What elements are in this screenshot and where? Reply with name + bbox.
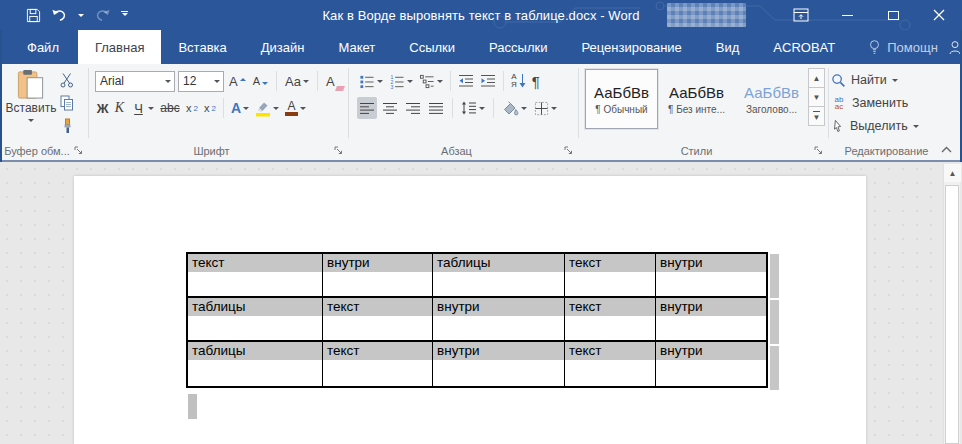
undo-button[interactable] (51, 4, 68, 26)
table-cell[interactable]: текст (323, 298, 433, 340)
style-heading[interactable]: АаБбВв Заголово... (735, 69, 808, 129)
style-scroll-up-button[interactable]: ▲ (808, 68, 825, 88)
bold-button[interactable]: Ж (95, 97, 110, 119)
paste-dropdown-caret[interactable] (28, 119, 34, 125)
tab-references[interactable]: Ссылки (392, 30, 472, 64)
shading-button[interactable] (500, 97, 529, 119)
save-button[interactable] (26, 4, 41, 26)
tab-design[interactable]: Дизайн (244, 30, 322, 64)
table-cell[interactable]: текст (565, 342, 656, 386)
tab-layout[interactable]: Макет (321, 30, 392, 64)
highlight-caret[interactable] (273, 107, 279, 113)
subscript-button[interactable]: x2 (184, 97, 200, 119)
borders-button[interactable] (532, 97, 559, 119)
tab-insert[interactable]: Вставка (161, 30, 243, 64)
align-right-button[interactable] (403, 97, 423, 119)
clipboard-dialog-launcher[interactable] (74, 146, 84, 156)
copy-icon[interactable] (59, 95, 75, 111)
styles-dialog-launcher[interactable] (814, 146, 824, 156)
table-cell[interactable]: текст (565, 298, 656, 340)
find-button[interactable]: Найти (831, 71, 919, 89)
multilevel-list-button[interactable] (417, 70, 445, 92)
numbering-button[interactable]: 123 (387, 70, 415, 92)
font-color-caret[interactable] (300, 107, 306, 113)
multilevel-caret[interactable] (437, 80, 443, 86)
font-dialog-launcher[interactable] (334, 146, 344, 156)
table-cell[interactable]: текст (565, 254, 656, 296)
style-gallery-more-button[interactable]: ▼ (808, 106, 825, 126)
minimize-button[interactable] (824, 0, 870, 30)
decrease-indent-button[interactable] (456, 70, 476, 92)
paragraph-dialog-launcher[interactable] (564, 146, 574, 156)
font-name-combo[interactable]: Arial (95, 71, 175, 92)
select-caret[interactable] (913, 125, 919, 131)
underline-caret[interactable] (148, 107, 154, 113)
line-spacing-button[interactable] (459, 97, 487, 119)
table-cell[interactable]: таблицы (433, 254, 565, 296)
style-no-spacing[interactable]: АаБбВв ¶ Без инте... (660, 69, 733, 129)
table-cell[interactable]: внутри (323, 254, 433, 296)
document-page[interactable]: текст внутри таблицы текст внутри таблиц… (74, 176, 866, 444)
scrollbar-thumb[interactable] (945, 185, 959, 444)
style-normal[interactable]: АаБбВв ¶ Обычный (585, 69, 658, 129)
replace-button[interactable]: ab ac Заменить (831, 94, 919, 112)
table-cell[interactable]: таблицы (188, 298, 323, 340)
shading-caret[interactable] (521, 107, 527, 113)
ribbon-display-options-button[interactable] (778, 0, 824, 30)
borders-caret[interactable] (551, 107, 557, 113)
text-effects-caret[interactable] (243, 107, 249, 113)
change-case-button[interactable]: Aa (283, 70, 311, 92)
font-name-caret[interactable] (165, 80, 171, 86)
text-effects-button[interactable]: A (229, 97, 251, 119)
table-cell[interactable]: внутри (656, 254, 766, 296)
align-left-button[interactable] (357, 97, 377, 119)
shrink-font-button[interactable]: A (251, 70, 270, 92)
cut-icon[interactable] (59, 72, 75, 88)
strikethrough-button[interactable]: abc (158, 97, 182, 119)
font-size-combo[interactable]: 12 (178, 71, 224, 92)
bullets-caret[interactable] (377, 80, 383, 86)
tab-mailings[interactable]: Рассылки (472, 30, 564, 64)
table-cell[interactable]: текст (323, 342, 433, 386)
table-cell[interactable]: таблицы (188, 342, 323, 386)
table-cell[interactable]: внутри (656, 298, 766, 340)
maximize-button[interactable] (870, 0, 916, 30)
numbering-caret[interactable] (407, 80, 413, 86)
line-spacing-caret[interactable] (479, 107, 485, 113)
justify-button[interactable] (426, 97, 446, 119)
tab-home[interactable]: Главная (78, 30, 161, 64)
clear-formatting-button[interactable]: A (324, 70, 337, 92)
table-cell[interactable]: текст (188, 254, 323, 296)
underline-button[interactable]: Ч (129, 97, 156, 119)
superscript-button[interactable]: x2 (202, 97, 218, 119)
scroll-up-button[interactable]: ▲ (944, 164, 961, 182)
highlight-button[interactable] (253, 97, 281, 119)
close-button[interactable] (916, 0, 962, 30)
tell-me-box[interactable]: Помощн (858, 30, 948, 64)
table-cell[interactable]: внутри (656, 342, 766, 386)
tab-review[interactable]: Рецензирование (564, 30, 698, 64)
sort-button[interactable]: АЯ (509, 70, 528, 92)
show-marks-button[interactable]: ¶ (530, 70, 542, 92)
increase-indent-button[interactable] (478, 70, 498, 92)
tab-acrobat[interactable]: ACROBAT (756, 30, 852, 64)
italic-button[interactable]: К (112, 97, 127, 119)
select-button[interactable]: Выделить (831, 117, 919, 135)
tab-file[interactable]: Файл (8, 30, 78, 64)
collapse-ribbon-button[interactable] (941, 146, 952, 153)
vertical-scrollbar[interactable]: ▲ (943, 164, 960, 444)
undo-dropdown-caret[interactable] (78, 14, 84, 20)
table-cell[interactable]: внутри (433, 298, 565, 340)
font-size-caret[interactable] (214, 80, 220, 86)
table-cell[interactable]: внутри (433, 342, 565, 386)
grow-font-button[interactable]: A (227, 70, 248, 92)
format-painter-icon[interactable] (60, 118, 75, 134)
bullets-button[interactable] (357, 70, 385, 92)
style-scroll-down-button[interactable]: ▼ (808, 87, 825, 107)
tab-view[interactable]: Вид (699, 30, 757, 64)
font-color-button[interactable]: А (283, 97, 308, 119)
find-caret[interactable] (892, 79, 898, 85)
customize-qat-button[interactable] (121, 4, 128, 26)
align-center-button[interactable] (380, 97, 400, 119)
paste-button[interactable]: Вставить (6, 69, 56, 125)
